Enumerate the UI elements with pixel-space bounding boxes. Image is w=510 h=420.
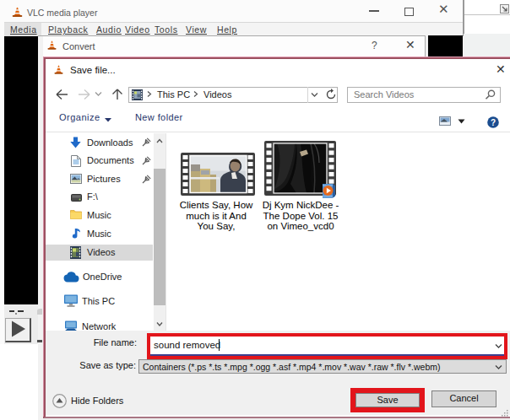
svg-text:?: ? — [491, 118, 496, 127]
